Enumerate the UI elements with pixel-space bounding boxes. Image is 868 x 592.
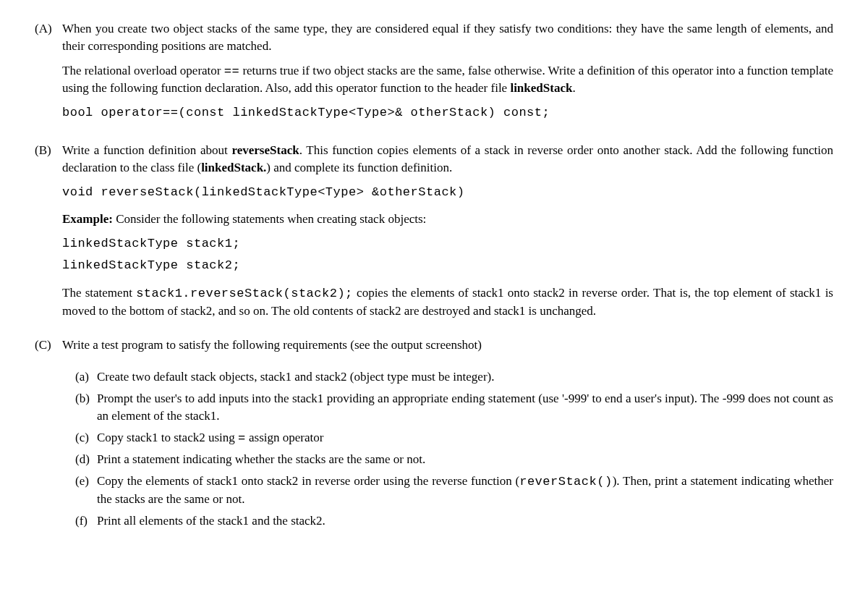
text: assign operator [246, 431, 324, 444]
subitem-d-body: Print a statement indicating whether the… [97, 451, 833, 468]
section-b-example: Example: Consider the following statemen… [62, 211, 833, 228]
reversestack-call: stack1.reverseStack(stack2); [136, 287, 353, 300]
subitem-b: (b) Prompt the user's to add inputs into… [75, 390, 833, 425]
section-a-body: When you create two object stacks of the… [62, 20, 833, 132]
text: Write a function definition about [62, 143, 232, 157]
subitem-c: (c) Copy stack1 to stack2 using = assign… [75, 429, 833, 447]
section-c-body: Write a test program to satisfy the foll… [62, 337, 833, 361]
subitem-e-body: Copy the elements of stack1 onto stack2 … [97, 473, 833, 508]
section-b-label: (B) [35, 142, 62, 326]
section-a-code: bool operator==(const linkedStackType<Ty… [62, 104, 833, 122]
subitem-a-body: Create two default stack objects, stack1… [97, 368, 833, 386]
section-a-label: (A) [35, 20, 62, 132]
subitem-e: (e) Copy the elements of stack1 onto sta… [75, 473, 833, 508]
reverstack-fn: reverStack() [519, 475, 612, 489]
section-b-body: Write a function definition about revers… [62, 142, 833, 326]
linkedstack-word: linkedStack [510, 81, 572, 95]
subitem-f-label: (f) [75, 512, 97, 530]
subitem-a: (a) Create two default stack objects, st… [75, 368, 833, 386]
section-c-sublist: (a) Create two default stack objects, st… [75, 368, 833, 529]
subitem-e-label: (e) [75, 473, 97, 508]
subitem-d-label: (d) [75, 451, 97, 468]
subitem-f-body: Print all elements of the stack1 and the… [97, 512, 833, 530]
subitem-c-body: Copy stack1 to stack2 using = assign ope… [97, 429, 833, 447]
section-b-code2a: linkedStackType stack1; [62, 235, 833, 253]
section-b-code1: void reverseStack(linkedStackType<Type> … [62, 184, 833, 201]
section-c: (C) Write a test program to satisfy the … [35, 337, 833, 361]
subitem-b-body: Prompt the user's to add inputs into the… [97, 390, 833, 425]
linkedstack-file-word: linkedStack. [201, 161, 266, 174]
section-c-label: (C) [35, 337, 62, 361]
text: ) and complete its function definition. [266, 161, 452, 174]
section-b-p2: The statement stack1.reverseStack(stack2… [62, 284, 833, 320]
subitem-a-label: (a) [75, 368, 97, 386]
text: Copy stack1 to stack2 using [97, 431, 238, 444]
text: The relational overload operator [62, 64, 224, 77]
subitem-d: (d) Print a statement indicating whether… [75, 451, 833, 468]
text: Consider the following statements when c… [113, 212, 426, 226]
subitem-b-label: (b) [75, 390, 97, 425]
reversestack-word: reverseStack [232, 143, 299, 157]
section-b-p1: Write a function definition about revers… [62, 142, 833, 177]
section-c-p1: Write a test program to satisfy the foll… [62, 337, 833, 354]
subitem-c-label: (c) [75, 429, 97, 447]
subitem-f: (f) Print all elements of the stack1 and… [75, 512, 833, 530]
assign-operator: = [238, 431, 246, 445]
equals-operator: == [224, 64, 239, 78]
text: The statement [62, 286, 136, 300]
section-a-p2: The relational overload operator == retu… [62, 62, 833, 98]
section-b-code2b: linkedStackType stack2; [62, 257, 833, 274]
section-a-p1: When you create two object stacks of the… [62, 20, 833, 55]
example-label: Example: [62, 212, 113, 226]
text: . [572, 81, 575, 95]
text: Copy the elements of stack1 onto stack2 … [97, 474, 519, 488]
section-a: (A) When you create two object stacks of… [35, 20, 833, 132]
section-b: (B) Write a function definition about re… [35, 142, 833, 326]
